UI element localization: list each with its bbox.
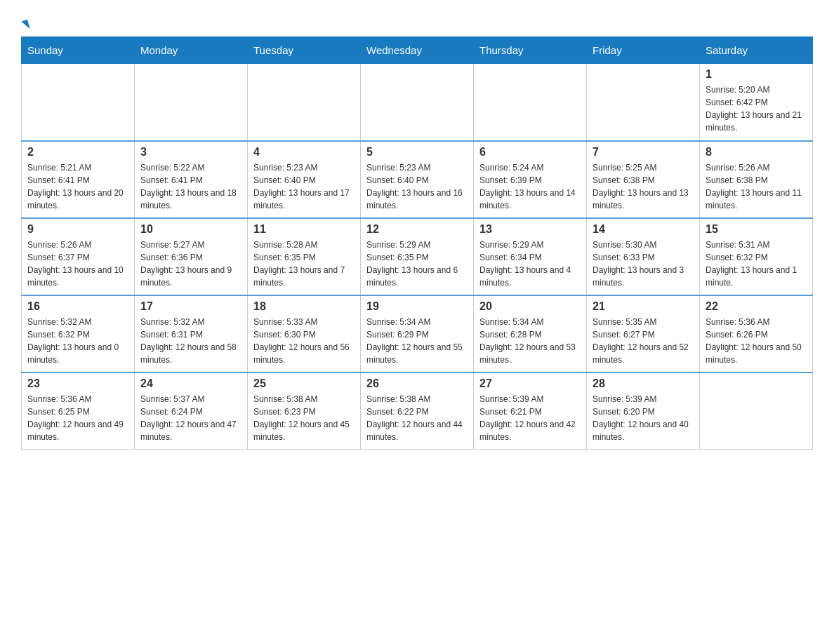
calendar-cell-1-1 bbox=[22, 64, 135, 141]
calendar-cell-3-5: 13Sunrise: 5:29 AM Sunset: 6:34 PM Dayli… bbox=[474, 218, 587, 295]
day-info: Sunrise: 5:26 AM Sunset: 6:38 PM Dayligh… bbox=[706, 161, 807, 212]
day-number: 26 bbox=[366, 377, 468, 390]
day-info: Sunrise: 5:36 AM Sunset: 6:26 PM Dayligh… bbox=[706, 316, 807, 366]
day-info: Sunrise: 5:35 AM Sunset: 6:27 PM Dayligh… bbox=[593, 316, 694, 366]
day-number: 25 bbox=[253, 377, 355, 390]
calendar-cell-2-3: 4Sunrise: 5:23 AM Sunset: 6:40 PM Daylig… bbox=[248, 141, 361, 218]
day-info: Sunrise: 5:34 AM Sunset: 6:29 PM Dayligh… bbox=[366, 316, 468, 366]
day-number: 21 bbox=[593, 300, 694, 313]
week-row-1: 1Sunrise: 5:20 AM Sunset: 6:42 PM Daylig… bbox=[22, 64, 813, 141]
day-info: Sunrise: 5:36 AM Sunset: 6:25 PM Dayligh… bbox=[27, 393, 128, 443]
day-number: 5 bbox=[366, 146, 468, 159]
calendar-cell-4-2: 17Sunrise: 5:32 AM Sunset: 6:31 PM Dayli… bbox=[135, 295, 248, 373]
calendar-cell-5-1: 23Sunrise: 5:36 AM Sunset: 6:25 PM Dayli… bbox=[22, 373, 135, 450]
calendar-cell-4-6: 21Sunrise: 5:35 AM Sunset: 6:27 PM Dayli… bbox=[587, 295, 700, 373]
weekday-header-saturday: Saturday bbox=[700, 37, 813, 64]
day-info: Sunrise: 5:27 AM Sunset: 6:36 PM Dayligh… bbox=[140, 239, 241, 289]
logo bbox=[21, 14, 29, 29]
logo-arrow-icon bbox=[21, 20, 29, 31]
calendar-cell-2-5: 6Sunrise: 5:24 AM Sunset: 6:39 PM Daylig… bbox=[474, 141, 587, 218]
day-info: Sunrise: 5:39 AM Sunset: 6:20 PM Dayligh… bbox=[593, 393, 694, 443]
day-number: 12 bbox=[366, 223, 468, 236]
day-number: 7 bbox=[593, 146, 694, 159]
week-row-4: 16Sunrise: 5:32 AM Sunset: 6:32 PM Dayli… bbox=[22, 295, 813, 373]
day-info: Sunrise: 5:39 AM Sunset: 6:21 PM Dayligh… bbox=[479, 393, 581, 443]
week-row-2: 2Sunrise: 5:21 AM Sunset: 6:41 PM Daylig… bbox=[22, 141, 813, 218]
calendar-cell-2-4: 5Sunrise: 5:23 AM Sunset: 6:40 PM Daylig… bbox=[361, 141, 474, 218]
calendar-cell-4-5: 20Sunrise: 5:34 AM Sunset: 6:28 PM Dayli… bbox=[474, 295, 587, 373]
calendar-cell-3-4: 12Sunrise: 5:29 AM Sunset: 6:35 PM Dayli… bbox=[361, 218, 474, 295]
day-info: Sunrise: 5:24 AM Sunset: 6:39 PM Dayligh… bbox=[479, 161, 581, 212]
logo-line1 bbox=[21, 14, 29, 32]
day-number: 22 bbox=[706, 300, 807, 313]
calendar-table: SundayMondayTuesdayWednesdayThursdayFrid… bbox=[21, 36, 813, 450]
week-row-5: 23Sunrise: 5:36 AM Sunset: 6:25 PM Dayli… bbox=[22, 373, 813, 450]
day-info: Sunrise: 5:38 AM Sunset: 6:22 PM Dayligh… bbox=[366, 393, 468, 443]
calendar-cell-2-6: 7Sunrise: 5:25 AM Sunset: 6:38 PM Daylig… bbox=[587, 141, 700, 218]
day-number: 28 bbox=[593, 377, 694, 390]
day-info: Sunrise: 5:23 AM Sunset: 6:40 PM Dayligh… bbox=[253, 161, 355, 212]
calendar-cell-4-7: 22Sunrise: 5:36 AM Sunset: 6:26 PM Dayli… bbox=[700, 295, 813, 373]
day-info: Sunrise: 5:22 AM Sunset: 6:41 PM Dayligh… bbox=[140, 161, 241, 212]
day-info: Sunrise: 5:29 AM Sunset: 6:34 PM Dayligh… bbox=[479, 239, 581, 289]
week-row-3: 9Sunrise: 5:26 AM Sunset: 6:37 PM Daylig… bbox=[22, 218, 813, 295]
day-info: Sunrise: 5:28 AM Sunset: 6:35 PM Dayligh… bbox=[253, 239, 355, 289]
day-number: 24 bbox=[140, 377, 241, 390]
calendar-cell-1-7: 1Sunrise: 5:20 AM Sunset: 6:42 PM Daylig… bbox=[700, 64, 813, 141]
calendar-cell-5-6: 28Sunrise: 5:39 AM Sunset: 6:20 PM Dayli… bbox=[587, 373, 700, 450]
day-number: 23 bbox=[27, 377, 128, 390]
day-number: 16 bbox=[27, 300, 128, 313]
calendar-cell-2-2: 3Sunrise: 5:22 AM Sunset: 6:41 PM Daylig… bbox=[135, 141, 248, 218]
day-number: 18 bbox=[253, 300, 355, 313]
day-number: 2 bbox=[27, 146, 128, 159]
day-info: Sunrise: 5:20 AM Sunset: 6:42 PM Dayligh… bbox=[706, 83, 807, 134]
calendar-cell-5-2: 24Sunrise: 5:37 AM Sunset: 6:24 PM Dayli… bbox=[135, 373, 248, 450]
day-number: 10 bbox=[140, 223, 241, 236]
calendar-cell-2-7: 8Sunrise: 5:26 AM Sunset: 6:38 PM Daylig… bbox=[700, 141, 813, 218]
day-info: Sunrise: 5:32 AM Sunset: 6:32 PM Dayligh… bbox=[27, 316, 128, 366]
page-header bbox=[21, 14, 813, 29]
calendar-cell-1-4 bbox=[361, 64, 474, 141]
day-info: Sunrise: 5:26 AM Sunset: 6:37 PM Dayligh… bbox=[27, 239, 128, 289]
day-number: 4 bbox=[253, 146, 355, 159]
calendar-cell-4-3: 18Sunrise: 5:33 AM Sunset: 6:30 PM Dayli… bbox=[248, 295, 361, 373]
weekday-header-tuesday: Tuesday bbox=[248, 37, 361, 64]
calendar-cell-4-4: 19Sunrise: 5:34 AM Sunset: 6:29 PM Dayli… bbox=[361, 295, 474, 373]
day-info: Sunrise: 5:31 AM Sunset: 6:32 PM Dayligh… bbox=[706, 239, 807, 289]
calendar-cell-3-3: 11Sunrise: 5:28 AM Sunset: 6:35 PM Dayli… bbox=[248, 218, 361, 295]
day-number: 17 bbox=[140, 300, 241, 313]
calendar-cell-3-6: 14Sunrise: 5:30 AM Sunset: 6:33 PM Dayli… bbox=[587, 218, 700, 295]
calendar-cell-2-1: 2Sunrise: 5:21 AM Sunset: 6:41 PM Daylig… bbox=[22, 141, 135, 218]
day-number: 27 bbox=[479, 377, 581, 390]
calendar-cell-4-1: 16Sunrise: 5:32 AM Sunset: 6:32 PM Dayli… bbox=[22, 295, 135, 373]
day-info: Sunrise: 5:25 AM Sunset: 6:38 PM Dayligh… bbox=[593, 161, 694, 212]
weekday-header-wednesday: Wednesday bbox=[361, 37, 474, 64]
day-number: 19 bbox=[366, 300, 468, 313]
day-number: 1 bbox=[706, 68, 807, 81]
day-number: 6 bbox=[479, 146, 581, 159]
calendar-cell-5-7 bbox=[700, 373, 813, 450]
day-info: Sunrise: 5:21 AM Sunset: 6:41 PM Dayligh… bbox=[27, 161, 128, 212]
day-info: Sunrise: 5:23 AM Sunset: 6:40 PM Dayligh… bbox=[366, 161, 468, 212]
day-number: 3 bbox=[140, 146, 241, 159]
weekday-header-sunday: Sunday bbox=[22, 37, 135, 64]
calendar-cell-1-5 bbox=[474, 64, 587, 141]
calendar-cell-1-2 bbox=[135, 64, 248, 141]
day-info: Sunrise: 5:30 AM Sunset: 6:33 PM Dayligh… bbox=[593, 239, 694, 289]
day-number: 11 bbox=[253, 223, 355, 236]
calendar-cell-3-1: 9Sunrise: 5:26 AM Sunset: 6:37 PM Daylig… bbox=[22, 218, 135, 295]
day-number: 9 bbox=[27, 223, 128, 236]
day-number: 14 bbox=[593, 223, 694, 236]
day-number: 13 bbox=[479, 223, 581, 236]
calendar-cell-3-2: 10Sunrise: 5:27 AM Sunset: 6:36 PM Dayli… bbox=[135, 218, 248, 295]
day-info: Sunrise: 5:32 AM Sunset: 6:31 PM Dayligh… bbox=[140, 316, 241, 366]
calendar-cell-5-4: 26Sunrise: 5:38 AM Sunset: 6:22 PM Dayli… bbox=[361, 373, 474, 450]
weekday-header-thursday: Thursday bbox=[474, 37, 587, 64]
calendar-cell-5-3: 25Sunrise: 5:38 AM Sunset: 6:23 PM Dayli… bbox=[248, 373, 361, 450]
weekday-header-monday: Monday bbox=[135, 37, 248, 64]
calendar-cell-1-6 bbox=[587, 64, 700, 141]
day-info: Sunrise: 5:33 AM Sunset: 6:30 PM Dayligh… bbox=[253, 316, 355, 366]
calendar-cell-1-3 bbox=[248, 64, 361, 141]
day-info: Sunrise: 5:34 AM Sunset: 6:28 PM Dayligh… bbox=[479, 316, 581, 366]
day-number: 8 bbox=[706, 146, 807, 159]
